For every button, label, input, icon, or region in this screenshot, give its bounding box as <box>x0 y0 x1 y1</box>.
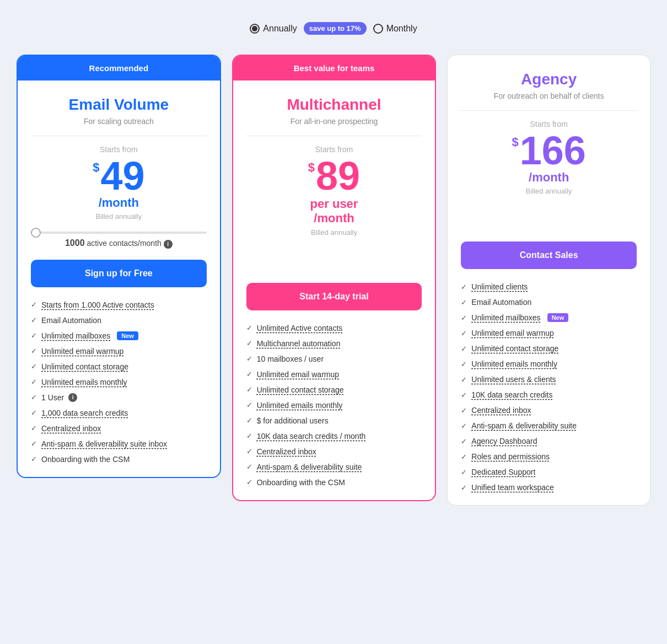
check-icon: ✓ <box>246 463 252 471</box>
plan-name-email-volume: Email Volume <box>31 96 207 114</box>
feature-item: ✓ Unlimited emails monthly <box>461 359 637 368</box>
price-dollar: $ <box>512 135 518 149</box>
billed-note-email-volume: Billed annually <box>31 212 207 221</box>
feature-text: Email Automation <box>471 298 531 307</box>
feature-text: 10K data search credits <box>471 390 552 399</box>
check-icon: ✓ <box>31 409 37 417</box>
starts-from-label: Starts from <box>461 120 637 128</box>
monthly-radio[interactable] <box>373 24 383 34</box>
feature-item: ✓ Unlimited contact storage <box>31 362 207 371</box>
check-icon: ✓ <box>461 437 467 446</box>
feature-text: 10K data search credits / month <box>257 432 366 441</box>
annually-radio[interactable] <box>250 24 260 34</box>
check-icon: ✓ <box>246 339 252 347</box>
divider <box>31 136 207 136</box>
plan-subtitle-multichannel: For all-in-one prospecting <box>246 117 422 126</box>
feature-item: ✓ Centralized inbox <box>31 424 207 433</box>
feature-text: Unlimited contact storage <box>41 362 128 371</box>
billed-note-multichannel: Billed annually <box>246 228 422 237</box>
contact-slider[interactable] <box>31 232 207 234</box>
check-icon: ✓ <box>461 314 467 322</box>
feature-text: Centralized inbox <box>41 424 101 433</box>
annually-option[interactable]: Annually <box>250 24 297 34</box>
feature-text: Anti-spam & deliverability suite <box>257 463 362 471</box>
feature-item: ✓ Unlimited email warmup <box>461 329 637 337</box>
check-icon: ✓ <box>31 331 37 340</box>
plan-name-multichannel: Multichannel <box>246 96 422 114</box>
plan-subtitle-email-volume: For scaling outreach <box>31 117 207 126</box>
feature-text: Centralized inbox <box>471 406 531 415</box>
feature-text: Centralized inbox <box>257 447 316 456</box>
check-icon: ✓ <box>246 432 252 440</box>
check-icon: ✓ <box>246 324 252 332</box>
price-period-email-volume: /month <box>31 196 207 210</box>
check-icon: ✓ <box>31 347 37 355</box>
check-icon: ✓ <box>461 360 467 368</box>
trial-button[interactable]: Start 14-day trial <box>246 283 422 310</box>
feature-item: ✓ Unlimited clients <box>461 282 637 291</box>
plans-container: Recommended Email Volume For scaling out… <box>17 55 650 506</box>
feature-item: ✓ Unified team workspace <box>461 483 637 492</box>
new-badge-blue: New <box>117 331 138 340</box>
divider <box>246 136 422 136</box>
check-icon: ✓ <box>246 478 252 486</box>
check-icon: ✓ <box>461 453 467 461</box>
feature-item: ✓ Onboarding with the CSM <box>31 455 207 464</box>
slider-track[interactable] <box>31 232 207 234</box>
spacer <box>461 195 637 239</box>
check-icon: ✓ <box>246 416 252 425</box>
feature-text: Unlimited email warmup <box>471 329 553 337</box>
contacts-info-icon[interactable]: i <box>164 240 173 249</box>
multichannel-badge: Best value for teams <box>233 56 435 80</box>
feature-text: Unlimited users & clients <box>471 375 556 384</box>
feature-text: Unlimited clients <box>471 282 528 291</box>
feature-item: ✓ Email Automation <box>461 298 637 307</box>
feature-item: ✓ Anti-spam & deliverability suite inbox <box>31 439 207 448</box>
price-row-email-volume: $ 49 <box>31 156 207 196</box>
feature-text: Unlimited email warmup <box>257 370 339 379</box>
features-list-multichannel: ✓ Unlimited Active contacts ✓ Multichann… <box>246 324 422 487</box>
spacer <box>246 237 422 281</box>
check-icon: ✓ <box>246 370 252 378</box>
feature-text: Unlimited mailboxes <box>41 331 110 340</box>
slider-thumb[interactable] <box>31 228 41 238</box>
feature-item: ✓ 1 User i <box>31 393 207 402</box>
check-icon: ✓ <box>461 468 467 476</box>
feature-item: ✓ Starts from 1.000 Active contacts <box>31 300 207 309</box>
monthly-label: Monthly <box>386 24 417 34</box>
feature-item: ✓ $ for additional users <box>246 416 422 425</box>
plan-name-agency: Agency <box>461 71 637 88</box>
feature-item: ✓ Unlimited emails monthly <box>246 401 422 410</box>
check-icon: ✓ <box>246 385 252 394</box>
active-contacts-label: 1000 active contacts/month i <box>31 238 207 249</box>
price-amount: 89 <box>316 156 360 196</box>
starts-from-label: Starts from <box>31 145 207 154</box>
check-icon: ✓ <box>461 391 467 399</box>
check-icon: ✓ <box>461 375 467 384</box>
signup-free-button[interactable]: Sign up for Free <box>31 260 207 287</box>
contact-sales-button[interactable]: Contact Sales <box>461 242 637 269</box>
feature-item: ✓ Roles and permissions <box>461 452 637 461</box>
per-user-label: per user/month <box>246 197 422 226</box>
feature-item: ✓ Agency Dashboard <box>461 437 637 446</box>
check-icon: ✓ <box>461 298 467 307</box>
price-period-agency: /month <box>461 170 637 185</box>
divider <box>461 110 637 111</box>
feature-text: Unlimited emails monthly <box>471 359 557 368</box>
feature-text: 1,000 data search credits <box>41 409 128 417</box>
check-icon: ✓ <box>31 378 37 386</box>
plan-agency: Agency For outreach on behalf of clients… <box>447 55 650 506</box>
feature-item: ✓ Dedicated Support <box>461 468 637 476</box>
user-info-icon[interactable]: i <box>68 393 77 402</box>
features-list-agency: ✓ Unlimited clients ✓ Email Automation ✓… <box>461 282 637 492</box>
monthly-option[interactable]: Monthly <box>373 24 417 34</box>
feature-text: Onboarding with the CSM <box>257 478 345 487</box>
feature-item: ✓ 10K data search credits / month <box>246 432 422 441</box>
recommended-badge: Recommended <box>18 56 220 80</box>
feature-item: ✓ Unlimited contact storage <box>461 344 637 353</box>
feature-item: ✓ Anti-spam & deliverability suite <box>246 463 422 471</box>
check-icon: ✓ <box>31 424 37 432</box>
feature-text: Roles and permissions <box>471 452 550 461</box>
feature-item: ✓ Email Automation <box>31 316 207 325</box>
feature-text: Email Automation <box>41 316 101 325</box>
